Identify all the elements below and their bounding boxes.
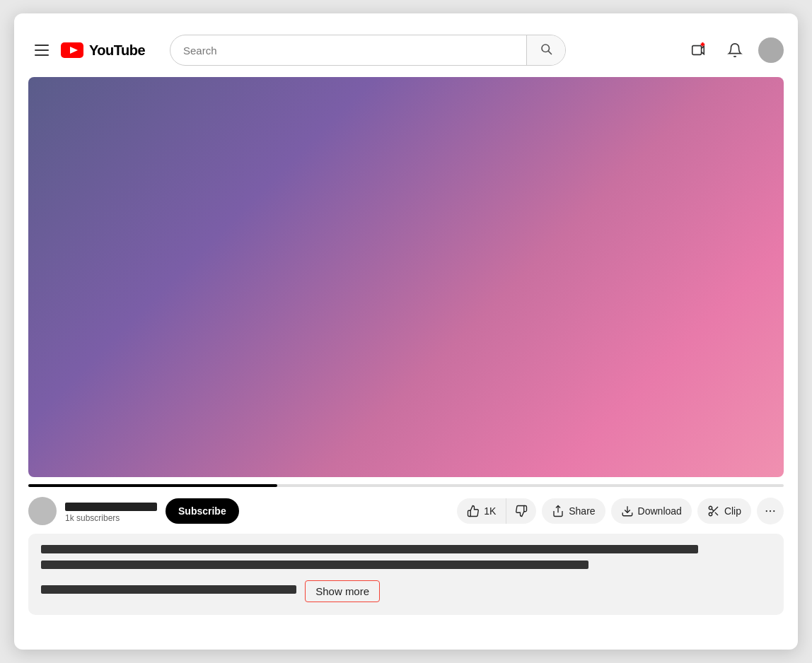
show-more-button[interactable]: Show more xyxy=(305,580,380,602)
like-button[interactable]: 1K xyxy=(457,498,506,524)
search-input[interactable] xyxy=(170,37,526,64)
share-label: Share xyxy=(569,505,595,517)
notifications-button[interactable] xyxy=(721,37,748,64)
desc-bottom-row: Show more xyxy=(41,576,771,602)
desc-line-2 xyxy=(41,561,588,569)
svg-rect-4 xyxy=(692,46,702,55)
download-label: Download xyxy=(638,505,682,517)
description-box: Show more xyxy=(28,534,784,615)
search-button[interactable] xyxy=(526,35,565,65)
svg-point-9 xyxy=(709,506,712,510)
browser-window: YouTube xyxy=(14,13,798,650)
search-icon xyxy=(540,42,552,55)
svg-line-3 xyxy=(548,51,551,54)
svg-point-16 xyxy=(773,510,775,512)
channel-info: 1k subscribers Subscribe xyxy=(28,497,239,525)
channel-avatar[interactable] xyxy=(28,497,57,525)
user-avatar[interactable] xyxy=(758,37,784,63)
desc-line-1 xyxy=(41,545,698,553)
video-player[interactable] xyxy=(28,77,784,477)
scissors-icon xyxy=(707,505,720,517)
header: YouTube xyxy=(28,28,784,77)
channel-meta: 1k subscribers xyxy=(65,503,157,520)
share-icon xyxy=(552,505,564,517)
progress-bar-fill xyxy=(28,484,277,487)
create-icon xyxy=(690,42,706,58)
clip-button[interactable]: Clip xyxy=(697,498,751,524)
search-bar xyxy=(170,35,671,66)
search-input-wrap xyxy=(170,35,566,66)
action-buttons: 1K Share xyxy=(457,498,784,524)
youtube-logo-icon xyxy=(61,42,83,58)
subscribe-button[interactable]: Subscribe xyxy=(166,498,239,524)
video-info-row: 1k subscribers Subscribe 1K xyxy=(28,497,784,525)
header-actions xyxy=(685,37,784,64)
download-button[interactable]: Download xyxy=(611,498,692,524)
svg-point-14 xyxy=(766,510,767,512)
thumbs-down-icon xyxy=(515,505,528,517)
logo-area: YouTube xyxy=(28,37,156,64)
hamburger-menu-button[interactable] xyxy=(28,37,55,64)
svg-line-13 xyxy=(712,509,714,511)
desc-line-3 xyxy=(41,585,296,594)
hamburger-icon xyxy=(35,45,49,56)
progress-bar[interactable] xyxy=(28,484,784,487)
like-dislike-group: 1K xyxy=(457,498,536,524)
clip-label: Clip xyxy=(724,505,741,517)
more-options-button[interactable] xyxy=(757,498,784,524)
more-dots-icon xyxy=(764,505,777,517)
like-count: 1K xyxy=(484,505,496,517)
bell-icon xyxy=(727,42,743,58)
channel-name-bar xyxy=(65,503,157,511)
svg-point-10 xyxy=(709,512,712,516)
share-button[interactable]: Share xyxy=(542,498,605,524)
subscriber-count: 1k subscribers xyxy=(65,513,129,520)
thumbs-up-icon xyxy=(467,505,480,517)
youtube-brand-name: YouTube xyxy=(89,42,145,59)
svg-point-15 xyxy=(770,510,771,512)
download-icon xyxy=(621,505,634,517)
dislike-button[interactable] xyxy=(506,498,536,524)
svg-line-12 xyxy=(715,512,718,515)
create-button[interactable] xyxy=(685,37,712,64)
